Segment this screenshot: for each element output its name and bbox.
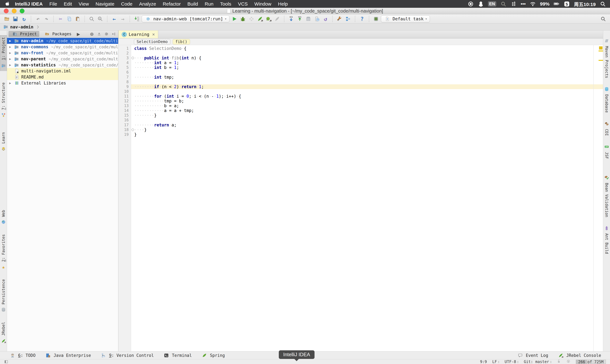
menu-run[interactable]: Run xyxy=(205,1,213,7)
project-structure-icon[interactable] xyxy=(344,15,352,23)
status-text[interactable]: 周五10:19 xyxy=(574,0,596,7)
tool-window-button-learn[interactable]: Learn xyxy=(0,130,7,154)
jrebel-disabled-icon[interactable] xyxy=(273,15,281,23)
tree-item-nav-front[interactable]: ▶nav-front~/my_code_space/git_code/multi… xyxy=(7,50,118,56)
binary-view-icon[interactable]: 011001 xyxy=(133,15,141,23)
close-tab-icon[interactable]: × xyxy=(152,32,155,37)
help-icon[interactable]: ? xyxy=(358,15,366,23)
menu-refactor[interactable]: Refactor xyxy=(163,1,181,7)
menu-edit[interactable]: Edit xyxy=(64,1,72,7)
tool-window-button-cdi[interactable]: CDI xyxy=(603,118,610,138)
menu-vcs[interactable]: VCS xyxy=(238,1,248,7)
synchronize-icon[interactable]: ↻ xyxy=(20,15,28,23)
memory-indicator[interactable]: 266 of 725M xyxy=(576,360,606,364)
settings-icon[interactable] xyxy=(336,15,343,23)
tool-window-button-favorites[interactable]: 2: Favorites★ xyxy=(0,232,7,273)
breadcrumb-fib[interactable]: fib() xyxy=(173,39,190,44)
cut-icon[interactable]: ✂ xyxy=(57,15,64,23)
tool-window-button-jrebel[interactable]: JRebelJR xyxy=(0,320,7,347)
tool-window-button-persistence[interactable]: Persistence xyxy=(0,277,7,315)
debug-icon[interactable] xyxy=(239,15,247,23)
status-widget-9-9[interactable]: 9:9 xyxy=(480,360,487,364)
search-everywhere-icon[interactable] xyxy=(599,15,607,23)
status-text[interactable]: 99% xyxy=(540,1,549,7)
paste-icon[interactable] xyxy=(74,15,81,23)
collapse-all-icon[interactable] xyxy=(96,31,102,37)
unlock-icon[interactable] xyxy=(557,359,561,364)
status-widget-utf-8[interactable]: UTF-8▴▾ xyxy=(505,360,519,364)
forward-icon[interactable]: → xyxy=(119,15,127,23)
tool-window-button-project[interactable]: 1: Project xyxy=(0,35,7,71)
tool-window-button-maven-projects[interactable]: Maven Projects xyxy=(603,35,610,80)
redo-icon[interactable]: ↷ xyxy=(43,15,50,23)
run-config-selector[interactable]: nav-admin-web [tomcat7:run]▾ xyxy=(142,15,229,22)
panel-tab-packages[interactable]: Packages xyxy=(41,31,74,37)
expand-arrow-icon[interactable]: ▶ xyxy=(9,57,14,61)
expand-arrow-icon[interactable]: ▶ xyxy=(9,39,14,43)
menu-view[interactable]: View xyxy=(79,1,89,7)
tree-item-external-libraries[interactable]: ▶External Libraries xyxy=(7,80,118,86)
input-switcher-icon[interactable] xyxy=(511,1,517,7)
tool-window-button-web[interactable]: Web xyxy=(0,208,7,228)
tree-item-multi-navigation-iml[interactable]: multi-navigation.iml xyxy=(7,68,118,74)
default-task-selector[interactable]: ?Default task▾ xyxy=(381,15,430,22)
tree-item-nav-parent[interactable]: ▶nav-parent~/my_code_space/git_code/mult… xyxy=(7,56,118,62)
panel-tab-project[interactable]: Project xyxy=(9,31,39,37)
rollback-icon[interactable]: ↺ xyxy=(322,15,329,23)
copy-icon[interactable] xyxy=(65,15,73,23)
menu-tools[interactable]: Tools xyxy=(220,1,231,7)
replace-icon[interactable]: A xyxy=(97,15,104,23)
menu-analyze[interactable]: Analyze xyxy=(139,1,156,7)
error-stripe[interactable] xyxy=(598,45,603,351)
breadcrumb[interactable]: nav-admin xyxy=(10,25,33,29)
tool-window-button-jsf[interactable]: JSFJSF xyxy=(603,141,610,161)
menu-code[interactable]: Code xyxy=(121,1,132,7)
tool-window-toggle-icon[interactable] xyxy=(4,360,8,364)
save-all-icon[interactable] xyxy=(12,15,19,23)
tool-window-button-event-log[interactable]: Event Log xyxy=(517,352,548,359)
hector-icon[interactable] xyxy=(566,359,571,364)
vcs-update-icon[interactable]: VCS xyxy=(287,15,295,23)
sogou-icon[interactable]: S xyxy=(564,1,570,7)
apple-menu-icon[interactable] xyxy=(4,1,11,7)
status-text[interactable]: ••• xyxy=(521,1,526,7)
status-widget-lf[interactable]: LF▴▾ xyxy=(492,360,499,364)
menu-help[interactable]: Help xyxy=(278,1,288,7)
jrebel-debug-icon[interactable]: JR xyxy=(265,15,272,23)
dock-icon[interactable] xyxy=(111,31,117,37)
settings-gear-icon[interactable] xyxy=(104,31,109,37)
search-white-icon[interactable] xyxy=(600,1,606,7)
tree-item-nav-commons[interactable]: ▶nav-commons~/my_code_space/git_code/mul… xyxy=(7,44,118,50)
open-file-icon[interactable] xyxy=(3,15,11,23)
tool-window-button-spring[interactable]: Spring xyxy=(201,352,225,359)
expand-arrow-icon[interactable]: ▶ xyxy=(9,81,14,85)
vcs-commit-icon[interactable]: VCS xyxy=(296,15,303,23)
locate-icon[interactable]: ⊕ xyxy=(89,31,95,37)
fold-marker[interactable] xyxy=(131,128,134,131)
undo-icon[interactable]: ↶ xyxy=(34,15,42,23)
tool-window-button-todo[interactable]: 6: TODO xyxy=(9,352,36,359)
back-icon[interactable]: ← xyxy=(111,15,118,23)
screen-record-icon[interactable] xyxy=(468,1,474,7)
menu-build[interactable]: Build xyxy=(187,1,198,7)
tree-item-readme-md[interactable]: README.md xyxy=(7,74,118,80)
breadcrumb-selectiondemo[interactable]: SelectionDemo xyxy=(134,39,170,44)
expand-more-icon[interactable]: ▶ xyxy=(76,31,81,37)
tree-item-nav-statistics[interactable]: ▶nav-statistics~/my_code_space/git_code/… xyxy=(7,62,118,68)
attach-debugger-icon[interactable] xyxy=(313,15,321,23)
editor-tab-learning[interactable]: C Learning × xyxy=(118,30,158,38)
qq-icon[interactable] xyxy=(478,1,484,7)
wifi-icon[interactable] xyxy=(530,1,536,7)
input-source-indicator[interactable]: EN xyxy=(488,1,496,7)
jrebel-chip-icon[interactable] xyxy=(372,15,380,23)
status-widget-git-master[interactable]: Git: master▴▾ xyxy=(524,360,551,364)
tool-window-button-database[interactable]: Database xyxy=(603,84,610,115)
tool-window-button-structure[interactable]: 7: Structure xyxy=(0,80,7,121)
tool-window-button-version-control[interactable]: 9: Version Control xyxy=(100,352,154,359)
tool-window-button-bean-validation[interactable]: Bean Validation xyxy=(603,172,610,219)
code-editor[interactable]: 12345678910111213141516171819 class·Sele… xyxy=(118,45,603,351)
tool-window-button-ant-build[interactable]: Ant Build xyxy=(603,222,610,256)
tool-window-button-jrebel-console[interactable]: JRJRebel Console xyxy=(557,352,601,359)
tool-window-button-java-enterprise[interactable]: EEJava Enterprise xyxy=(44,352,91,359)
menu-intellij-idea[interactable]: IntelliJ IDEA xyxy=(15,1,43,7)
